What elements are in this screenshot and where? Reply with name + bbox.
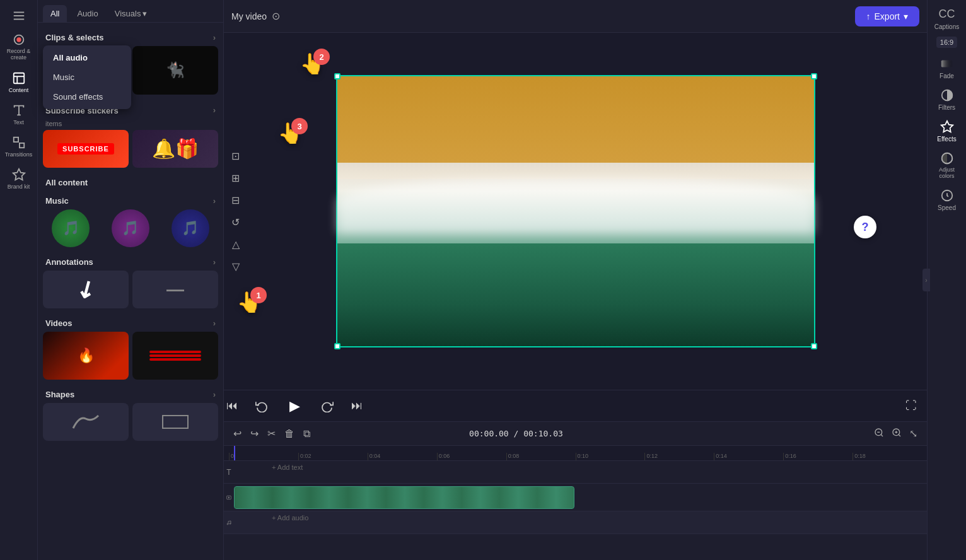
section-all-content-header[interactable]: All content: [43, 173, 218, 191]
sidebar-label-text: Text: [13, 119, 24, 125]
right-fade-label: Fade: [940, 73, 954, 79]
shapes-grid: [43, 403, 218, 441]
duplicate-button[interactable]: ⧉: [301, 426, 312, 441]
right-speed-button[interactable]: Speed: [930, 185, 964, 215]
tab-bar: All Audio Visuals ▾: [38, 0, 223, 23]
clip-thumb-2[interactable]: 🐈‍⬛: [132, 46, 218, 95]
ruler-mark-0: 0: [229, 453, 298, 460]
main-area: My video ⊙ ↑ Export ▾ ⊡ ⊞ ⊟ ↺ △ ▽: [224, 0, 927, 560]
sidebar-item-record[interactable]: Record &create: [3, 29, 35, 65]
overlay-icon[interactable]: ⊟: [229, 192, 242, 209]
music-item-3[interactable]: 🎵: [172, 209, 209, 247]
cursor-hand-1: 👆: [236, 291, 262, 313]
svg-line-18: [899, 435, 900, 436]
dropdown-item-sound-effects[interactable]: Sound effects: [43, 87, 131, 107]
right-effects-button[interactable]: Effects: [930, 116, 964, 146]
annotation-thumb-2[interactable]: —: [132, 271, 218, 308]
crop-icon[interactable]: ⊡: [229, 148, 242, 165]
flip-v-icon[interactable]: △: [229, 236, 242, 253]
sidebar-item-text[interactable]: Text: [3, 100, 35, 129]
ruler-mark-3: 0:06: [437, 453, 506, 460]
right-filters-button[interactable]: Filters: [930, 85, 964, 115]
corner-handle-tr[interactable]: [811, 73, 817, 79]
chevron-right-icon-6: ›: [213, 390, 216, 399]
preview-left-toolbar: ⊡ ⊞ ⊟ ↺ △ ▽: [229, 148, 242, 275]
ruler-mark-5: 0:10: [576, 453, 645, 460]
export-button[interactable]: ↑ Export ▾: [855, 6, 919, 26]
subscribe-thumb-1[interactable]: SUBSCRIBE: [43, 130, 129, 168]
subscribe-section: Subscribe stickers › items SUBSCRIBE 🔔🎁: [43, 100, 218, 168]
corner-handle-bl[interactable]: [334, 343, 340, 349]
music-item-2[interactable]: 🎵: [112, 209, 149, 247]
right-fade-button[interactable]: Fade: [930, 53, 964, 83]
right-adjust-button[interactable]: Adjustcolors: [930, 148, 964, 184]
flip-h-icon[interactable]: ▽: [229, 258, 242, 275]
section-videos-title: Videos: [45, 318, 72, 328]
section-music-header[interactable]: Music ›: [43, 191, 218, 209]
corner-handle-br[interactable]: [811, 343, 817, 349]
section-videos-header[interactable]: Videos ›: [43, 313, 218, 332]
dropdown-item-music[interactable]: Music: [43, 67, 131, 87]
video-track-icon: [226, 493, 231, 503]
video-title-edit-icon[interactable]: ⊙: [272, 10, 280, 22]
export-icon: ↑: [866, 11, 871, 21]
add-audio-button[interactable]: + Add audio: [272, 514, 308, 522]
section-shapes-header[interactable]: Shapes ›: [43, 385, 218, 403]
undo-button[interactable]: ↩: [231, 426, 243, 441]
play-button[interactable]: ▶: [283, 395, 306, 417]
content-panel: All Audio Visuals ▾ All audio Music Soun…: [38, 0, 224, 560]
cursor-overlay-2: 👆 2: [300, 52, 325, 76]
annotations-grid: ↙ —: [43, 271, 218, 308]
shape-thumb-1[interactable]: [43, 403, 129, 441]
video-title: My video: [231, 11, 267, 21]
timeline-area: ↩ ↪ ✂ 🗑 ⧉ 00:00.00 / 00:10.03 ⤡: [224, 421, 927, 560]
corner-handle-tl[interactable]: [334, 73, 340, 79]
fullscreen-button[interactable]: ⛶: [903, 397, 919, 415]
annotation-thumb-1[interactable]: ↙: [43, 271, 129, 308]
section-clips-header[interactable]: Clips & selects ›: [43, 28, 218, 46]
add-text-button[interactable]: + Add text: [272, 464, 303, 471]
tab-audio[interactable]: Audio: [69, 5, 105, 22]
shape-thumb-2[interactable]: [132, 403, 218, 441]
chevron-right-icon-4: ›: [213, 257, 216, 267]
zoom-out-button[interactable]: [872, 426, 886, 442]
skip-forward-button[interactable]: ⏭: [349, 397, 365, 415]
video-track-row: [224, 484, 927, 511]
right-collapse-button[interactable]: ›: [922, 269, 930, 291]
tab-all[interactable]: All: [43, 5, 67, 22]
forward-5s-button[interactable]: [318, 397, 336, 415]
sidebar-menu-button[interactable]: [3, 5, 35, 26]
section-music-title: Music: [45, 196, 69, 206]
resize-icon[interactable]: ⊞: [229, 170, 242, 187]
delete-button[interactable]: 🗑: [282, 426, 296, 441]
subscribe-thumb-2[interactable]: 🔔🎁: [132, 130, 218, 168]
sidebar-item-brand[interactable]: Brand kit: [3, 164, 35, 194]
sidebar-item-transitions[interactable]: Transitions: [3, 132, 35, 161]
dropdown-item-all-audio[interactable]: All audio: [43, 48, 131, 67]
cut-button[interactable]: ✂: [265, 426, 277, 441]
tab-visuals[interactable]: Visuals ▾: [108, 5, 154, 22]
skip-back-button[interactable]: ⏮: [224, 397, 240, 415]
playback-controls: ⏮ ▶ ⏭ ⛶: [224, 390, 927, 421]
video-thumb-1[interactable]: 🔥: [43, 332, 129, 380]
video-preview: ⊡ ⊞ ⊟ ↺ △ ▽ ?: [224, 33, 927, 390]
sidebar-label-brand: Brand kit: [8, 184, 30, 190]
right-adjust-label: Adjustcolors: [939, 167, 955, 180]
section-annotations-header[interactable]: Annotations ›: [43, 252, 218, 271]
svg-rect-10: [13, 137, 18, 142]
redo-button[interactable]: ↪: [248, 426, 260, 441]
timeline-tracks: T + Add text: [224, 461, 927, 560]
video-thumb-2[interactable]: [132, 332, 218, 380]
zoom-in-button[interactable]: [890, 426, 904, 442]
subscribe-grid: SUBSCRIBE 🔔🎁: [43, 130, 218, 168]
fit-timeline-button[interactable]: ⤡: [907, 426, 919, 442]
rewind-5s-button[interactable]: [253, 397, 271, 415]
video-clip[interactable]: [234, 486, 574, 509]
timeline-toolbar: ↩ ↪ ✂ 🗑 ⧉ 00:00.00 / 00:10.03 ⤡: [224, 422, 927, 446]
help-button[interactable]: ?: [854, 216, 876, 238]
music-item-1[interactable]: 🎵: [52, 209, 90, 247]
sidebar-item-content[interactable]: Content: [3, 67, 35, 97]
refresh-icon[interactable]: ↺: [229, 214, 242, 231]
svg-marker-22: [228, 497, 230, 498]
aspect-ratio-badge[interactable]: 16:9: [936, 37, 957, 48]
